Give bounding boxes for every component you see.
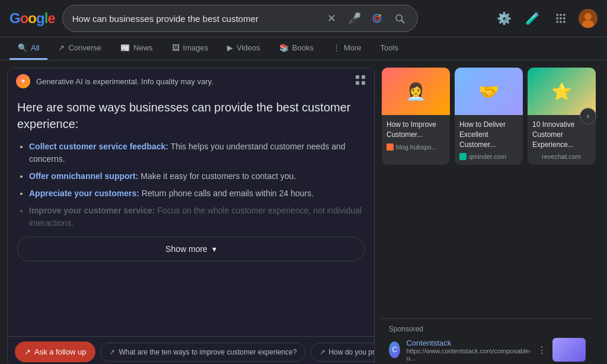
more-icon: ⋮ — [333, 43, 340, 52]
tab-images-label: Images — [183, 43, 209, 52]
followup-arrow-icon: ↗ — [24, 347, 31, 356]
sponsored-url: https://www.contentstack.com/composable-… — [406, 347, 531, 362]
svg-rect-7 — [557, 17, 558, 19]
svg-rect-11 — [560, 21, 561, 23]
card-1-source-text: blog.hubspo... — [396, 143, 437, 151]
card-2-title: How to Deliver Excellent Customer... — [459, 120, 518, 149]
card-1-source: blog.hubspo... — [386, 143, 445, 151]
sponsored-more-button[interactable]: ⋮ — [537, 344, 547, 356]
card-3-favicon — [532, 153, 539, 160]
sponsored-item: C Contentstack https://www.contentstack.… — [389, 338, 586, 362]
lens-button[interactable] — [369, 10, 385, 27]
card-1-body: How to Improve Customer... blog.hubspo..… — [382, 115, 450, 155]
followup-bar: ↗ Ask a follow up ↗ What are the ten way… — [8, 336, 374, 364]
header-right: ⚙️ 🧪 — [493, 8, 598, 29]
card-3-source-text: revechat.com — [542, 153, 581, 160]
ai-list: Collect customer service feedback: This … — [17, 141, 365, 229]
card-2-image: 🤝 — [455, 68, 523, 115]
tab-news[interactable]: 📰 News — [112, 37, 161, 60]
list-item-bold: Appreciate your customers: — [29, 189, 139, 198]
svg-rect-10 — [557, 21, 558, 23]
list-item-bold: Offer omnichannel support: — [29, 171, 138, 181]
svg-rect-4 — [557, 14, 558, 16]
all-icon: 🔍 — [18, 43, 27, 52]
svg-rect-18 — [356, 81, 359, 85]
chip-arrow-icon: ↗ — [109, 348, 115, 356]
ai-disclaimer: Generative AI is experimental. Info qual… — [36, 77, 213, 86]
sponsored-label: Sponsored — [389, 325, 586, 333]
ai-logo: ✦ — [16, 74, 30, 88]
svg-rect-16 — [356, 75, 359, 79]
images-icon: 🖼 — [172, 43, 180, 52]
sponsored-logo: C — [389, 341, 400, 358]
list-item: Appreciate your customers: Return phone … — [29, 187, 365, 200]
svg-rect-12 — [563, 21, 565, 23]
card-1-favicon — [386, 143, 394, 151]
lab-button[interactable]: 🧪 — [522, 8, 543, 29]
svg-rect-19 — [362, 81, 365, 85]
tab-images[interactable]: 🖼 Images — [164, 37, 217, 60]
avatar[interactable] — [579, 9, 598, 28]
card-2-body: How to Deliver Excellent Customer... qmi… — [455, 115, 523, 165]
tab-books-label: Books — [292, 43, 314, 52]
microphone-button[interactable]: 🎤 — [346, 10, 363, 27]
ai-grid-button[interactable] — [355, 75, 366, 88]
list-item: Offer omnichannel support: Make it easy … — [29, 170, 365, 183]
svg-rect-5 — [560, 14, 561, 16]
tab-news-label: News — [133, 43, 153, 52]
videos-icon: ▶ — [227, 43, 233, 52]
chevron-down-icon: ▾ — [212, 244, 216, 254]
list-item: Collect customer service feedback: This … — [29, 141, 365, 165]
ai-header: ✦ Generative AI is experimental. Info qu… — [8, 68, 374, 94]
tab-tools-label: Tools — [381, 43, 398, 52]
card-2-source: qminder.com — [459, 153, 518, 160]
followup-chip-2[interactable]: ↗ How do you provide 5 star customer ser… — [311, 343, 374, 362]
followup-chip-1[interactable]: ↗ What are the ten ways to improve custo… — [100, 343, 305, 362]
sponsored-logo-text: C — [392, 346, 397, 354]
svg-rect-6 — [563, 14, 565, 16]
tab-all[interactable]: 🔍 All — [9, 37, 47, 60]
right-panel: 👩‍💼 How to Improve Customer... blog.hubs… — [375, 60, 600, 364]
sponsored-name[interactable]: Contentstack — [406, 339, 531, 347]
sponsored-thumbnail — [552, 338, 586, 362]
card-1-title: How to Improve Customer... — [386, 120, 445, 140]
card-3-title: 10 Innovative Customer Experience... — [532, 120, 591, 149]
header: Google ✕ 🎤 ⚙️ 🧪 — [0, 0, 607, 37]
svg-point-14 — [584, 13, 592, 20]
ask-followup-label: Ask a follow up — [34, 347, 86, 356]
chip-2-label: How do you provide 5 star customer servi… — [329, 348, 374, 356]
news-icon: 📰 — [120, 43, 130, 52]
converse-icon: ↗ — [58, 43, 65, 52]
card-2-source-text: qminder.com — [469, 153, 506, 160]
tab-tools[interactable]: Tools — [372, 37, 407, 60]
svg-line-3 — [401, 20, 404, 23]
chip-arrow-icon-2: ↗ — [320, 348, 325, 356]
list-item-text: Make it easy for customers to contact yo… — [140, 171, 296, 181]
search-input[interactable] — [72, 14, 319, 24]
show-more-button[interactable]: Show more ▾ — [17, 237, 365, 261]
tab-converse-label: Converse — [68, 43, 101, 52]
sponsored-section: Sponsored C Contentstack https://www.con… — [382, 318, 593, 364]
chip-1-label: What are the ten ways to improve custome… — [119, 348, 296, 356]
card-3-source: revechat.com — [532, 153, 591, 160]
clear-button[interactable]: ✕ — [324, 10, 340, 27]
tab-converse[interactable]: ↗ Converse — [50, 37, 110, 60]
apps-button[interactable] — [550, 8, 571, 29]
search-button[interactable] — [391, 10, 408, 27]
card-2[interactable]: 🤝 How to Deliver Excellent Customer... q… — [455, 68, 523, 165]
sponsored-info: Contentstack https://www.contentstack.co… — [406, 339, 531, 362]
card-1[interactable]: 👩‍💼 How to Improve Customer... blog.hubs… — [382, 68, 450, 165]
tab-more-label: More — [344, 43, 362, 52]
settings-button[interactable]: ⚙️ — [493, 8, 515, 29]
next-cards-button[interactable]: › — [580, 108, 596, 124]
main-content: ✦ Generative AI is experimental. Info qu… — [0, 60, 607, 364]
tab-books[interactable]: 📚 Books — [271, 37, 322, 60]
tab-videos[interactable]: ▶ Videos — [219, 37, 269, 60]
ask-followup-button[interactable]: ↗ Ask a follow up — [15, 341, 95, 362]
tab-more[interactable]: ⋮ More — [324, 37, 370, 60]
ai-panel: ✦ Generative AI is experimental. Info qu… — [7, 68, 375, 364]
books-icon: 📚 — [279, 43, 289, 52]
svg-rect-8 — [560, 17, 561, 19]
svg-rect-17 — [362, 75, 365, 79]
ai-body: Here are some ways businesses can provid… — [8, 94, 374, 336]
